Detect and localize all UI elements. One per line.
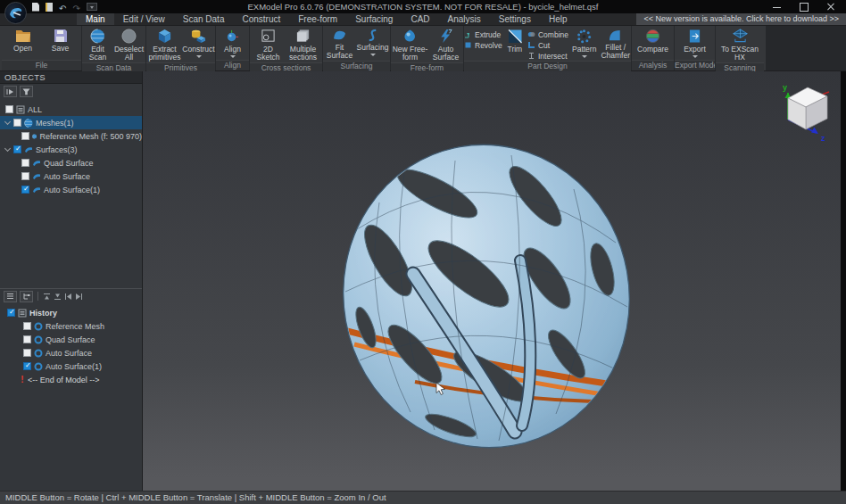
align-axes-icon [225,29,240,44]
checkbox-checked[interactable] [21,186,29,194]
skip-to-start-icon[interactable] [64,293,72,301]
intersect-button[interactable]: Intersect [527,51,568,61]
history-root-row[interactable]: History [0,306,142,319]
surfacing-button[interactable]: Surfacing [356,28,390,57]
cube-icon [157,29,172,44]
chevron-down-icon[interactable] [4,119,11,125]
checkbox-checked[interactable] [7,309,15,317]
step-up-icon[interactable] [43,293,51,301]
trim-button[interactable]: Trim [505,28,525,54]
checkbox[interactable] [23,322,31,330]
pattern-button[interactable]: Pattern [571,28,597,59]
tree-row-all[interactable]: ALL [0,103,142,116]
app-logo-icon[interactable] [4,2,27,24]
view-cube[interactable]: y z [772,78,836,143]
tree-row-auto-surface[interactable]: Auto Surface [0,169,142,183]
filter-button[interactable] [20,86,33,97]
fit-surface-button[interactable]: Fit Surface [324,28,356,61]
close-button[interactable] [817,0,844,13]
deselect-all-button[interactable]: Deselect All [113,28,145,62]
menu-construct[interactable]: Construct [233,13,289,25]
tree-row-quad-surface[interactable]: Quad Surface [0,156,142,169]
ribbon: Open Save File Edit Scan [0,26,846,71]
fillet-chamfer-button[interactable]: Fillet / Chamfer [600,28,631,61]
save-button[interactable]: Save [42,28,79,54]
expand-tree-button[interactable] [4,86,17,97]
ribbon-group-part-design: Extrude Revolve Trim [464,26,632,70]
history-row-reference-mesh[interactable]: Reference Mesh [0,319,142,333]
tree-row-auto-surface-1[interactable]: Auto Surface(1) [0,183,142,196]
mouse-hints-text: MIDDLE Button = Rotate | Ctrl + MIDDLE B… [5,492,386,502]
new-free-form-button[interactable]: New Free-form [392,28,429,62]
construct-button[interactable]: Construct [183,28,215,59]
checkbox[interactable] [5,105,13,113]
checkbox[interactable] [21,132,29,140]
window-controls [764,0,844,13]
history-step-icon [34,349,43,358]
update-notice-link[interactable]: << New version is available. Click here … [636,13,846,25]
compare-button[interactable]: Compare [634,28,672,54]
save-floppy-icon [54,29,68,43]
export-button[interactable]: Export [678,28,712,59]
logo-swirl-icon [5,3,26,23]
tree-row-meshes[interactable]: Meshes(1) [0,116,142,129]
edit-scan-button[interactable]: Edit Scan [83,28,113,62]
maximize-button[interactable] [791,0,817,13]
checkbox[interactable] [23,349,31,357]
tree-row-surfaces[interactable]: Surfaces(3) [0,143,142,156]
minimize-button[interactable] [764,0,791,13]
tree-row-reference-mesh[interactable]: Reference Mesh (f: 500 970) [0,129,142,143]
viewport-3d[interactable]: y z [143,71,846,491]
history-row-end-of-model[interactable]: ! <-- End of Model --> [0,373,142,386]
extrude-button[interactable]: Extrude [464,29,502,39]
step-down-icon[interactable] [54,293,62,301]
combine-button[interactable]: Combine [527,29,568,39]
2d-sketch-button[interactable]: 2D Sketch [252,28,286,62]
ribbon-group-label: Analysis [632,60,674,70]
menu-surfacing[interactable]: Surfacing [346,13,402,25]
checkbox[interactable] [21,172,29,180]
export-icon [688,29,701,44]
revolve-button[interactable]: Revolve [464,40,502,50]
cut-button[interactable]: Cut [527,40,568,50]
z-axis-label: z [821,134,825,143]
auto-surface-button[interactable]: Auto Surface [429,28,463,62]
checkbox-checked[interactable] [13,145,21,153]
exmodel-window: EXModel Pro 6.0.76 (DEMONSTRATION SYSTEM… [0,0,846,504]
new-document-icon[interactable] [32,3,39,12]
align-button[interactable]: Align [218,28,248,59]
menu-main[interactable]: Main [77,13,114,25]
chevron-down-icon[interactable] [4,145,11,152]
skip-to-end-icon[interactable] [75,293,83,301]
checkbox[interactable] [13,119,21,127]
stacked-sections-icon [295,29,311,44]
checkbox[interactable] [21,159,29,167]
menu-cad[interactable]: CAD [402,13,438,25]
menu-scan-data[interactable]: Scan Data [174,13,234,25]
ribbon-group-file: Open Save File [2,26,82,70]
menu-help[interactable]: Help [540,13,576,25]
to-exscan-hx-button[interactable]: To EXScan HX [718,28,761,62]
menu-free-form[interactable]: Free-form [289,13,346,25]
history-row-auto-surface[interactable]: Auto Surface [0,346,142,359]
checkbox-checked[interactable] [23,362,31,370]
history-row-auto-surface-1[interactable]: Auto Surface(1) [0,359,142,373]
ribbon-group-label: Part Design [464,61,631,71]
tree-view-icon [22,293,30,300]
extract-primitives-button[interactable]: Extract primitives [147,28,183,62]
menu-edit-view[interactable]: Edit / View [114,13,174,25]
combine-icon [527,30,535,38]
history-tree-view-button[interactable] [20,291,33,302]
save-icon[interactable] [46,3,53,12]
multiple-sections-button[interactable]: Multiple sections [286,28,321,62]
helmet-model[interactable] [308,118,665,475]
history-list-view-button[interactable] [4,291,17,302]
checkbox[interactable] [23,335,31,343]
menu-settings[interactable]: Settings [490,13,540,25]
history-row-quad-surface[interactable]: Quad Surface [0,333,142,346]
edit-scan-icon [90,29,105,44]
extrude-icon [464,30,472,38]
quick-access-dropdown[interactable] [87,3,97,11]
open-button[interactable]: Open [4,28,42,54]
menu-analysis[interactable]: Analysis [439,13,490,25]
